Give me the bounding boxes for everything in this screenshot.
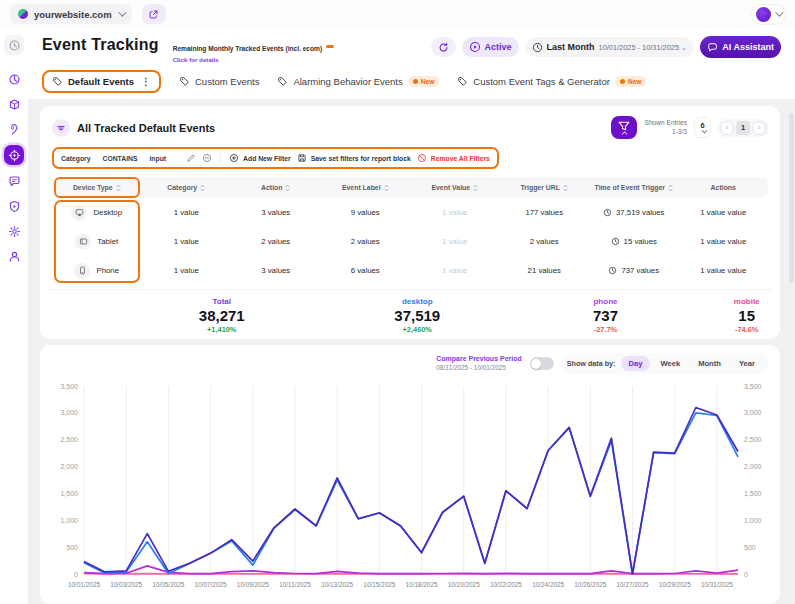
- tag-icon: [52, 76, 63, 87]
- category-cell[interactable]: 1 value: [142, 266, 232, 275]
- site-selector[interactable]: yourwebsite.com: [10, 4, 132, 24]
- sidebar-item-event-tracking[interactable]: [4, 145, 24, 165]
- add-filter-button[interactable]: Add New Filter: [229, 153, 291, 163]
- refresh-button[interactable]: [431, 37, 456, 57]
- show-by-day[interactable]: Day: [621, 356, 651, 371]
- user-menu[interactable]: [752, 5, 785, 24]
- show-data-by-label: Show data by:: [567, 359, 616, 368]
- device-cell[interactable]: Tablet: [52, 234, 142, 250]
- compare-period-toggle[interactable]: [530, 357, 554, 370]
- clock-icon: [611, 237, 620, 246]
- actions-cell[interactable]: 1 value value: [679, 208, 769, 217]
- table-row[interactable]: Desktop 1 value 3 values 9 values 1 valu…: [52, 198, 768, 227]
- shown-entries: Shown Entries 1-3/3: [644, 119, 687, 135]
- sidebar-item-media[interactable]: [5, 197, 23, 215]
- svg-text:10/13/2025: 10/13/2025: [321, 581, 353, 588]
- stat-delta: -27.7%: [593, 325, 618, 334]
- sort-icon[interactable]: [473, 184, 478, 192]
- open-site-button[interactable]: [142, 4, 166, 24]
- stat-phone: phone 737 -27.7%: [593, 297, 618, 334]
- show-by-month[interactable]: Month: [690, 356, 729, 371]
- time-cell[interactable]: 15 values: [589, 237, 679, 246]
- sidebar-item-settings[interactable]: [5, 222, 23, 240]
- sidebar-item-package[interactable]: [5, 95, 23, 113]
- date-range-picker[interactable]: Last Month 10/01/2025 - 10/31/2025 ⌄: [525, 37, 695, 57]
- new-badge: New: [615, 76, 647, 87]
- actions-cell[interactable]: 1 value value: [679, 266, 769, 275]
- tab-default-events[interactable]: Default Events⋮: [42, 70, 161, 93]
- sort-icon[interactable]: [668, 184, 673, 192]
- column-header-action[interactable]: Action: [231, 184, 321, 192]
- device-cell[interactable]: Phone: [52, 263, 142, 279]
- tab-custom-event-tags-generator[interactable]: Custom Event Tags & GeneratorNew: [457, 76, 646, 87]
- event-label-cell[interactable]: 9 values: [321, 208, 411, 217]
- svg-text:10/07/2025: 10/07/2025: [195, 581, 227, 588]
- remove-all-filters-button[interactable]: Remove All Filters: [417, 153, 490, 163]
- save-filters-button[interactable]: Save set filters for report block: [297, 153, 411, 163]
- action-cell[interactable]: 2 values: [231, 237, 321, 246]
- column-header-trigger-url[interactable]: Trigger URL: [500, 184, 590, 192]
- column-header-category[interactable]: Category: [142, 184, 232, 192]
- ai-assistant-button[interactable]: AI Assistant: [700, 36, 781, 58]
- page-size-select[interactable]: 6: [694, 117, 711, 138]
- current-page[interactable]: 1: [736, 121, 750, 135]
- sort-icon[interactable]: [200, 184, 205, 192]
- column-header-actions[interactable]: Actions: [679, 184, 769, 191]
- sort-icon[interactable]: [563, 184, 568, 192]
- time-cell[interactable]: 37,519 values: [589, 208, 679, 217]
- kebab-menu-icon[interactable]: ⋮: [141, 76, 151, 87]
- edit-filter-button[interactable]: [186, 153, 196, 163]
- avatar: [756, 7, 771, 22]
- sidebar-item-account[interactable]: [5, 247, 23, 265]
- prev-page-button[interactable]: ‹: [720, 121, 734, 135]
- filter-field[interactable]: Category: [61, 155, 90, 162]
- category-cell[interactable]: 1 value: [142, 208, 232, 217]
- event-label-cell[interactable]: 6 values: [321, 266, 411, 275]
- show-by-week[interactable]: Week: [652, 356, 688, 371]
- event-label-cell[interactable]: 2 values: [321, 237, 411, 246]
- column-header-event-value[interactable]: Event Value: [410, 184, 500, 192]
- sort-icon[interactable]: [384, 184, 389, 192]
- sidebar-item-gesture[interactable]: [5, 120, 23, 138]
- tab-custom-events[interactable]: Custom Events: [179, 76, 259, 87]
- device-cell[interactable]: Desktop: [52, 205, 142, 221]
- tab-alarming-behavior-events[interactable]: Alarming Behavior EventsNew: [277, 76, 439, 87]
- category-cell[interactable]: 1 value: [142, 237, 232, 246]
- column-header-event-label[interactable]: Event Label: [321, 184, 411, 192]
- column-header-device-type[interactable]: Device Type: [54, 177, 140, 198]
- column-header-time-of-event-trigger[interactable]: Time of Event Trigger: [589, 184, 679, 192]
- filter-value[interactable]: input: [149, 155, 166, 162]
- scrollbar[interactable]: [789, 113, 794, 283]
- time-cell[interactable]: 737 values: [589, 266, 679, 275]
- svg-text:10/01/2025: 10/01/2025: [68, 581, 100, 588]
- trigger-url-cell[interactable]: 21 values: [500, 266, 590, 275]
- site-name: yourwebsite.com: [34, 9, 112, 20]
- svg-text:0: 0: [74, 571, 78, 578]
- actions-cell[interactable]: 1 value value: [679, 237, 769, 246]
- stat-delta: -74.6%: [734, 325, 760, 334]
- action-cell[interactable]: 3 values: [231, 266, 321, 275]
- chevron-down-icon: [701, 128, 707, 134]
- table-row[interactable]: Phone 1 value 3 values 6 values 1 value …: [52, 256, 768, 285]
- column-label: Trigger URL: [521, 184, 560, 191]
- filter-operator[interactable]: CONTAINS: [102, 155, 137, 162]
- sort-icon[interactable]: [116, 184, 121, 192]
- sort-icon[interactable]: [285, 184, 290, 192]
- status-button[interactable]: Active: [462, 37, 519, 57]
- remaining-events-widget: Remaining Monthly Tracked Events (incl. …: [173, 37, 335, 63]
- column-filter-button[interactable]: [611, 116, 637, 139]
- sidebar-item-history[interactable]: [4, 35, 24, 55]
- details-link[interactable]: Click for details: [173, 56, 335, 63]
- table-row[interactable]: Tablet 1 value 2 values 2 values 1 value…: [52, 227, 768, 256]
- new-badge: New: [408, 76, 440, 87]
- next-page-button[interactable]: ›: [752, 121, 766, 135]
- remove-filter-button[interactable]: [202, 153, 212, 163]
- action-cell[interactable]: 3 values: [231, 208, 321, 217]
- tab-label: Custom Event Tags & Generator: [473, 76, 610, 87]
- trigger-url-cell[interactable]: 2 values: [500, 237, 590, 246]
- show-by-year[interactable]: Year: [731, 356, 763, 371]
- sidebar-item-analytics[interactable]: [5, 70, 23, 88]
- svg-text:1,500: 1,500: [60, 490, 78, 497]
- sidebar-item-chat[interactable]: [5, 172, 23, 190]
- trigger-url-cell[interactable]: 177 values: [500, 208, 590, 217]
